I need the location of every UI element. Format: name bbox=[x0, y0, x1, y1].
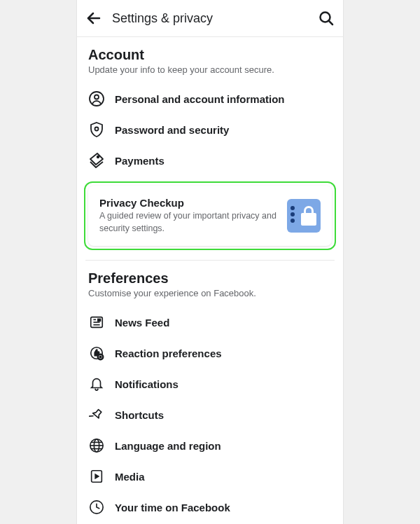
svg-marker-21 bbox=[95, 474, 99, 478]
settings-screen: Settings & privacy Account Update your i… bbox=[77, 0, 343, 524]
section-account: Account Update your info to keep your ac… bbox=[77, 37, 343, 83]
menu-item-news-feed[interactable]: News Feed bbox=[77, 307, 343, 338]
header-bar: Settings & privacy bbox=[77, 0, 343, 37]
svg-line-2 bbox=[329, 21, 333, 25]
menu-label: Payments bbox=[115, 155, 164, 167]
page-title: Settings & privacy bbox=[112, 11, 308, 26]
privacy-lock-icon bbox=[287, 199, 321, 233]
menu-item-reaction-prefs[interactable]: Reaction preferences bbox=[77, 338, 343, 368]
card-text: Privacy Checkup A guided review of your … bbox=[99, 197, 277, 235]
menu-label: Your time on Facebook bbox=[115, 502, 230, 513]
menu-item-language-region[interactable]: Language and region bbox=[77, 430, 343, 461]
video-icon bbox=[88, 468, 105, 485]
menu-item-media[interactable]: Media bbox=[77, 461, 343, 492]
arrow-left-icon bbox=[85, 10, 102, 27]
clock-icon bbox=[88, 499, 105, 516]
shield-icon bbox=[88, 121, 105, 138]
person-circle-icon bbox=[88, 90, 105, 107]
svg-point-5 bbox=[95, 127, 99, 131]
menu-label: Language and region bbox=[115, 440, 221, 452]
svg-point-6 bbox=[97, 156, 99, 158]
newspaper-icon bbox=[88, 314, 105, 331]
tag-icon bbox=[88, 152, 105, 169]
menu-item-payments[interactable]: Payments bbox=[77, 145, 343, 176]
bell-icon bbox=[88, 375, 105, 392]
svg-rect-11 bbox=[98, 319, 101, 321]
menu-label: Personal and account information bbox=[115, 93, 285, 105]
menu-item-notifications[interactable]: Notifications bbox=[77, 368, 343, 399]
privacy-checkup-card[interactable]: Privacy Checkup A guided review of your … bbox=[88, 186, 332, 246]
svg-point-15 bbox=[99, 356, 101, 357]
globe-icon bbox=[88, 437, 105, 454]
search-icon bbox=[318, 10, 335, 27]
menu-item-your-time[interactable]: Your time on Facebook bbox=[77, 492, 343, 523]
menu-item-password-security[interactable]: Password and security bbox=[77, 114, 343, 145]
section-preferences: Preferences Customise your experience on… bbox=[77, 261, 343, 307]
account-title: Account bbox=[88, 47, 332, 63]
back-button[interactable] bbox=[85, 10, 102, 27]
menu-label: Reaction preferences bbox=[115, 347, 222, 359]
menu-label: Notifications bbox=[115, 378, 178, 390]
menu-label: News Feed bbox=[115, 317, 169, 329]
privacy-checkup-highlight: Privacy Checkup A guided review of your … bbox=[84, 181, 336, 250]
svg-line-16 bbox=[90, 414, 93, 418]
account-subtitle: Update your info to keep your account se… bbox=[88, 64, 332, 75]
svg-point-4 bbox=[94, 95, 99, 99]
menu-label: Password and security bbox=[115, 124, 229, 136]
preferences-title: Preferences bbox=[88, 270, 332, 287]
like-gear-icon bbox=[88, 345, 105, 361]
menu-item-personal-info[interactable]: Personal and account information bbox=[77, 83, 343, 114]
privacy-checkup-subtitle: A guided review of your important privac… bbox=[99, 210, 277, 235]
menu-item-shortcuts[interactable]: Shortcuts bbox=[77, 399, 343, 430]
pin-icon bbox=[88, 406, 105, 423]
preferences-subtitle: Customise your experience on Facebook. bbox=[88, 288, 332, 298]
privacy-checkup-title: Privacy Checkup bbox=[99, 197, 277, 209]
menu-label: Shortcuts bbox=[115, 409, 164, 421]
menu-label: Media bbox=[115, 471, 145, 483]
search-button[interactable] bbox=[318, 10, 335, 27]
